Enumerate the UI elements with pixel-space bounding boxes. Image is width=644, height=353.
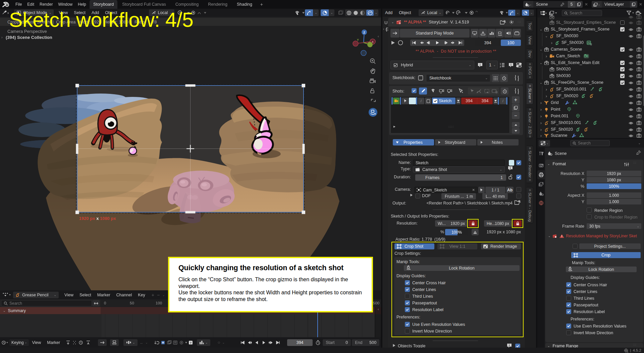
svg-text:Z: Z [363,31,365,34]
svg-text:Y: Y [357,38,359,42]
svg-text:i: i [511,63,511,66]
svg-text:?: ? [190,341,192,344]
svg-text:1: 1 [500,63,501,65]
svg-text:i: i [509,344,509,347]
svg-text:2: 2 [591,43,592,46]
svg-text:i: i [480,63,480,66]
svg-text:i: i [510,166,511,170]
svg-text:16: 16 [398,22,400,24]
svg-text:2: 2 [500,65,501,68]
